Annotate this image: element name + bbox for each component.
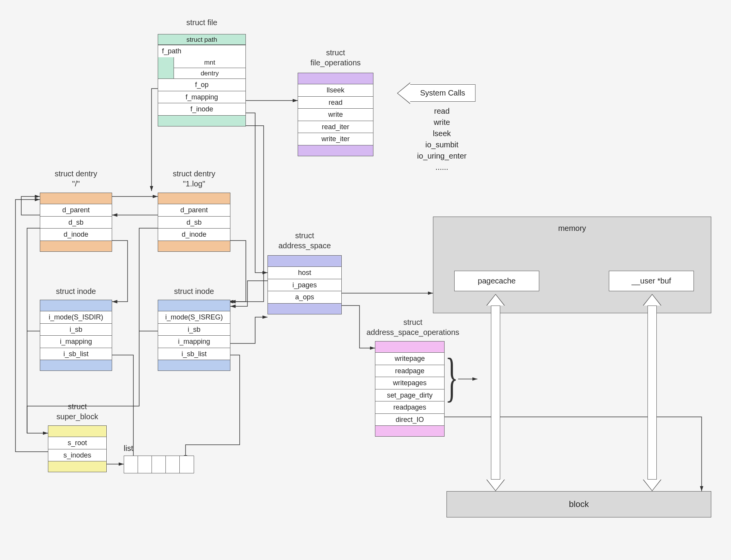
file-ops-title: structfile_operations bbox=[298, 48, 373, 68]
userbuf-cell: __user *buf bbox=[609, 271, 694, 291]
address-space-title: structaddress_space bbox=[268, 230, 342, 251]
ipages-row: i_pages bbox=[268, 279, 341, 291]
writepages-row: writepages bbox=[375, 377, 444, 389]
super-block: s_root s_inodes bbox=[48, 425, 107, 472]
brace-icon: } bbox=[445, 350, 458, 404]
struct-file-title: struct file bbox=[158, 17, 246, 27]
directio-row: direct_IO bbox=[375, 413, 444, 426]
f-mapping-row: f_mapping bbox=[158, 91, 245, 103]
inode-root-mode: i_mode(S_ISDIR) bbox=[40, 311, 112, 323]
inode-log-mode: i_mode(S_ISREG) bbox=[158, 311, 230, 323]
system-calls-list: read write lseek io_sumbit io_uring_ente… bbox=[405, 106, 479, 173]
arrow-up-icon-2 bbox=[643, 294, 661, 306]
pagecache-cell: pagecache bbox=[454, 271, 539, 291]
diagram-canvas: struct file struct path f_path mnt dentr… bbox=[0, 0, 731, 560]
system-calls-arrow: System Calls bbox=[410, 84, 475, 102]
memory-title: memory bbox=[433, 217, 711, 233]
host-row: host bbox=[268, 266, 341, 279]
arrow-bar bbox=[491, 306, 500, 480]
dentry-log: d_parent d_sb d_inode bbox=[158, 193, 230, 252]
dentry-root-title: struct dentry"/" bbox=[40, 169, 112, 189]
inode-log-isb: i_sb bbox=[158, 323, 230, 336]
mnt-row: mnt bbox=[174, 57, 245, 68]
dentry-root: d_parent d_sb d_inode bbox=[40, 193, 112, 252]
arrow-bar-2 bbox=[648, 306, 657, 480]
inode-log-imapping: i_mapping bbox=[158, 335, 230, 348]
llseek-row: llseek bbox=[298, 84, 373, 96]
f-inode-row: f_inode bbox=[158, 103, 245, 115]
readpage-row: readpage bbox=[375, 365, 444, 377]
setpagedirty-row: set_page_dirty bbox=[375, 389, 444, 401]
read-iter-row: read_iter bbox=[298, 121, 373, 133]
inode-root-title: struct inode bbox=[40, 286, 112, 296]
inode-root-imapping: i_mapping bbox=[40, 335, 112, 348]
dentry-root-dinode: d_inode bbox=[40, 228, 112, 241]
list-label: list bbox=[124, 444, 133, 453]
address-space: host i_pages a_ops bbox=[268, 255, 342, 314]
struct-path-subhead: struct path bbox=[158, 34, 245, 45]
struct-file: struct path f_path mnt dentry f_op f_map… bbox=[158, 34, 246, 126]
address-space-operations: writepage readpage writepages set_page_d… bbox=[375, 341, 445, 437]
inode-root-isb: i_sb bbox=[40, 323, 112, 336]
inode-root-isblist: i_sb_list bbox=[40, 348, 112, 360]
arrow-up-icon bbox=[486, 294, 505, 306]
read-row: read bbox=[298, 96, 373, 109]
sroot-row: s_root bbox=[48, 437, 106, 449]
arrow-down-icon-2 bbox=[643, 480, 661, 491]
dentry-root-dparent: d_parent bbox=[40, 204, 112, 216]
super-block-title: structsuper_block bbox=[48, 401, 107, 422]
dentry-log-dsb: d_sb bbox=[158, 216, 230, 229]
aops-row: a_ops bbox=[268, 291, 341, 303]
inode-root: i_mode(S_ISDIR) i_sb i_mapping i_sb_list bbox=[40, 300, 112, 371]
write-row: write bbox=[298, 108, 373, 121]
block-box: block bbox=[446, 491, 711, 517]
f-path-row: f_path bbox=[158, 45, 245, 57]
dentry-log-dparent: d_parent bbox=[158, 204, 230, 216]
dentry-log-title: struct dentry"1.log" bbox=[158, 169, 230, 189]
dentry-row: dentry bbox=[174, 68, 245, 79]
inode-log-isblist: i_sb_list bbox=[158, 348, 230, 360]
writepage-row: writepage bbox=[375, 352, 444, 365]
file-operations: llseek read write read_iter write_iter bbox=[298, 73, 373, 156]
readpages-row: readpages bbox=[375, 401, 444, 413]
inode-log: i_mode(S_ISREG) i_sb i_mapping i_sb_list bbox=[158, 300, 230, 371]
list-box bbox=[124, 456, 194, 473]
aops-title: structaddress_space_operations bbox=[363, 317, 463, 337]
dentry-root-dsb: d_sb bbox=[40, 216, 112, 229]
write-iter-row: write_iter bbox=[298, 133, 373, 145]
memory-box: memory bbox=[433, 217, 711, 313]
inode-log-title: struct inode bbox=[158, 286, 230, 296]
dentry-log-dinode: d_inode bbox=[158, 228, 230, 241]
f-op-row: f_op bbox=[158, 79, 245, 91]
sinodes-row: s_inodes bbox=[48, 449, 106, 461]
arrow-down-icon bbox=[486, 480, 505, 491]
